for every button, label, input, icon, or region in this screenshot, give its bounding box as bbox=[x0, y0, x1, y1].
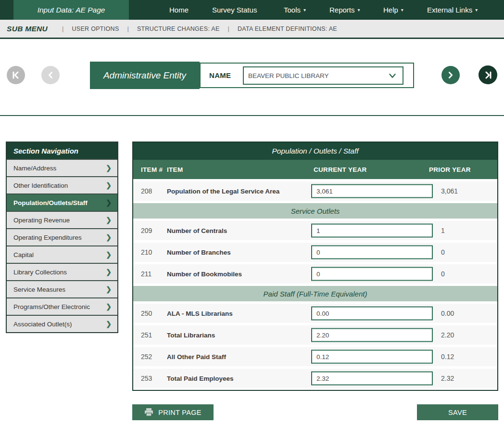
next-record-button[interactable] bbox=[441, 66, 460, 84]
print-page-button[interactable]: PRINT PAGE bbox=[132, 404, 214, 420]
first-record-button[interactable] bbox=[7, 66, 25, 84]
section-header-label: Paid Staff (Full-Time Equivalent) bbox=[264, 290, 367, 298]
chevron-right-icon: ❯ bbox=[106, 199, 112, 207]
prior-year-value: 2.20 bbox=[441, 331, 454, 339]
current-year-input-210[interactable] bbox=[311, 245, 433, 259]
current-year-input-211[interactable] bbox=[311, 267, 433, 281]
submenu-item-structure-changes[interactable]: STRUCTURE CHANGES: AE bbox=[137, 26, 220, 32]
chevron-left-icon bbox=[46, 71, 55, 79]
separator: | bbox=[228, 25, 229, 32]
sidebar-item-capital[interactable]: Capital ❯ bbox=[7, 245, 117, 263]
chevron-down-icon bbox=[387, 70, 398, 81]
column-header-item-number: ITEM # bbox=[141, 166, 163, 173]
prior-year-value: 0 bbox=[441, 248, 445, 256]
item-label: ALA - MLS Librarians bbox=[167, 310, 233, 317]
nav-item-tools-label: Tools bbox=[284, 6, 301, 14]
sidebar-item-operating-expenditures[interactable]: Operating Expenditures ❯ bbox=[7, 228, 117, 245]
item-label: Number of Bookmobiles bbox=[167, 271, 242, 278]
table-title: Population / Outlets / Staff bbox=[133, 142, 497, 160]
entity-name-selected-value: BEAVER PUBLIC LIBRARY bbox=[248, 72, 387, 79]
item-number: 250 bbox=[141, 310, 152, 317]
table-row-250: 250 ALA - MLS Librarians 0.00 bbox=[133, 304, 497, 323]
current-year-input-252[interactable] bbox=[311, 350, 433, 364]
submenu-item-user-options[interactable]: USER OPTIONS bbox=[72, 26, 119, 32]
sidebar-item-operating-revenue[interactable]: Operating Revenue ❯ bbox=[7, 211, 117, 228]
nav-item-reports-label: Reports bbox=[329, 6, 355, 14]
current-year-input-250[interactable] bbox=[311, 307, 433, 321]
column-header-prior-year: PRIOR YEAR bbox=[429, 166, 471, 173]
last-record-button[interactable] bbox=[479, 65, 497, 84]
table-row-210: 210 Number of Branches 0 bbox=[133, 243, 497, 262]
section-navigation-title-label: Section Navigation bbox=[13, 147, 78, 155]
prior-year-value: 2.32 bbox=[441, 374, 454, 382]
sidebar-item-label: Programs/Other Electronic bbox=[13, 303, 106, 310]
previous-record-button[interactable] bbox=[41, 66, 60, 84]
chevron-right-icon: ❯ bbox=[106, 268, 112, 276]
chevron-right-icon bbox=[446, 71, 455, 79]
printer-icon bbox=[144, 408, 153, 416]
entity-type-label: Administrative Entity bbox=[103, 70, 186, 81]
separator: | bbox=[62, 25, 63, 32]
nav-item-external-links[interactable]: External Links ▾ bbox=[427, 0, 478, 20]
section-header-label: Service Outlets bbox=[291, 207, 340, 215]
item-label: All Other Paid Staff bbox=[167, 353, 226, 361]
entity-type-banner: Administrative Entity bbox=[90, 62, 200, 89]
chevron-right-icon: ❯ bbox=[106, 181, 112, 189]
sidebar-item-other-identification[interactable]: Other Identification ❯ bbox=[7, 176, 117, 194]
current-year-input-253[interactable] bbox=[311, 372, 433, 386]
prior-year-value: 0 bbox=[441, 270, 445, 278]
separator: | bbox=[127, 25, 129, 32]
save-button[interactable]: SAVE bbox=[417, 404, 498, 420]
table-row-208: 208 Population of the Legal Service Area… bbox=[133, 181, 497, 201]
item-label: Number of Centrals bbox=[167, 227, 227, 234]
top-nav-bar: Input Data: AE Page Home Survey Status T… bbox=[0, 0, 504, 20]
sub-menu-title: SUB MENU bbox=[7, 25, 48, 33]
sidebar-item-label: Operating Expenditures bbox=[13, 234, 106, 241]
nav-item-home-label: Home bbox=[169, 6, 189, 14]
current-year-input-208[interactable] bbox=[311, 184, 433, 198]
sidebar-item-population-outlets-staff[interactable]: Population/Outlets/Staff ❯ bbox=[7, 194, 117, 211]
save-button-label: SAVE bbox=[448, 409, 467, 416]
item-label: Population of the Legal Service Area bbox=[167, 188, 279, 195]
chevron-right-icon: ❯ bbox=[106, 216, 112, 224]
table-column-header: ITEM # ITEM CURRENT YEAR PRIOR YEAR bbox=[133, 160, 497, 179]
sidebar-item-label: Service Measures bbox=[13, 286, 106, 293]
table-row-253: 253 Total Paid Employees 2.32 bbox=[133, 369, 497, 388]
prior-year-value: 0.00 bbox=[441, 310, 454, 317]
nav-item-external-links-label: External Links bbox=[427, 6, 472, 14]
nav-item-help[interactable]: Help ▾ bbox=[383, 0, 403, 20]
ae-input-page: Input Data: AE Page Home Survey Status T… bbox=[0, 0, 504, 426]
chevron-right-icon: ❯ bbox=[106, 285, 112, 293]
item-label: Number of Branches bbox=[167, 249, 231, 256]
caret-down-icon: ▾ bbox=[401, 7, 403, 13]
nav-item-home[interactable]: Home bbox=[169, 0, 189, 20]
table-title-label: Population / Outlets / Staff bbox=[272, 147, 358, 155]
entity-name-select[interactable]: BEAVER PUBLIC LIBRARY bbox=[243, 66, 403, 85]
nav-item-reports[interactable]: Reports ▾ bbox=[329, 0, 360, 20]
sidebar-item-service-measures[interactable]: Service Measures ❯ bbox=[7, 280, 117, 297]
sidebar-item-label: Other Identification bbox=[13, 182, 106, 189]
submenu-item-data-element-definitions[interactable]: DATA ELEMENT DEFINITIONS: AE bbox=[238, 26, 337, 32]
sidebar-item-label: Operating Revenue bbox=[13, 217, 106, 224]
print-page-button-label: PRINT PAGE bbox=[158, 409, 201, 416]
sidebar-item-label: Library Collections bbox=[13, 269, 106, 276]
caret-down-icon: ▾ bbox=[303, 7, 306, 13]
sidebar-item-library-collections[interactable]: Library Collections ❯ bbox=[7, 263, 117, 280]
active-page-tab[interactable]: Input Data: AE Page bbox=[13, 0, 129, 20]
current-year-input-209[interactable] bbox=[311, 224, 433, 238]
skip-to-first-icon bbox=[11, 70, 21, 80]
item-number: 252 bbox=[141, 353, 152, 361]
table-row-209: 209 Number of Centrals 1 bbox=[133, 221, 497, 240]
nav-item-tools[interactable]: Tools ▾ bbox=[284, 0, 306, 20]
sidebar-item-associated-outlets[interactable]: Associated Outlet(s) ❯ bbox=[7, 315, 117, 332]
section-navigation-title: Section Navigation bbox=[7, 142, 117, 159]
current-year-input-251[interactable] bbox=[311, 328, 433, 342]
table-row-252: 252 All Other Paid Staff 0.12 bbox=[133, 347, 497, 366]
sidebar-item-name-address[interactable]: Name/Address ❯ bbox=[7, 159, 117, 176]
sidebar-item-programs-other-electronic[interactable]: Programs/Other Electronic ❯ bbox=[7, 297, 117, 315]
table-row-211: 211 Number of Bookmobiles 0 bbox=[133, 264, 497, 284]
chevron-right-icon: ❯ bbox=[106, 251, 112, 258]
item-number: 253 bbox=[141, 374, 152, 382]
nav-item-survey-status[interactable]: Survey Status bbox=[212, 0, 257, 20]
prior-year-value: 1 bbox=[441, 227, 445, 234]
